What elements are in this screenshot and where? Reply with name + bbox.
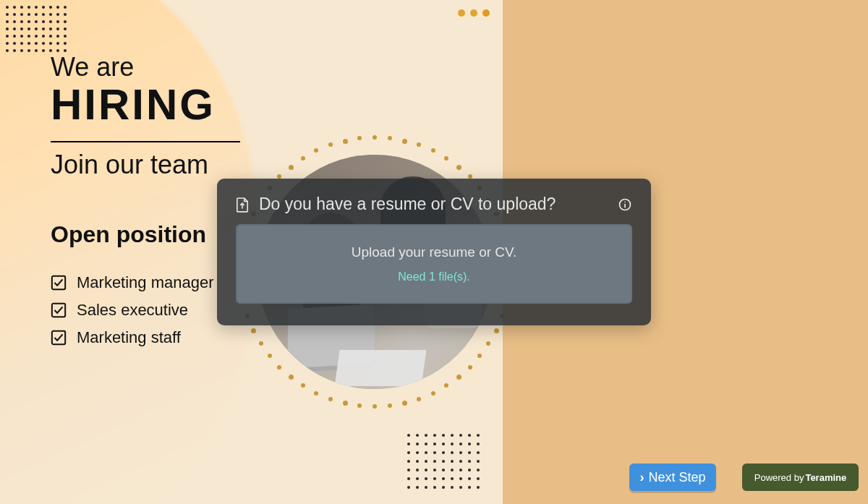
upload-requirement: Need 1 file(s). xyxy=(398,270,470,283)
hero-block: We are HIRING Join our team xyxy=(51,52,240,180)
position-label: Marketing staff xyxy=(77,328,181,347)
list-item: Marketing staff xyxy=(51,328,214,347)
open-position-title: Open position xyxy=(51,221,206,248)
open-position-heading: Open position xyxy=(51,221,206,248)
powered-by-link[interactable]: Powered by Teramine xyxy=(742,464,859,491)
info-icon[interactable] xyxy=(618,197,632,212)
powered-by-prefix: Powered by xyxy=(754,472,804,483)
modal-title: Do you have a resume or CV to upload? xyxy=(259,195,618,214)
checkbox-checked-icon xyxy=(51,275,67,291)
upload-dropzone[interactable]: Upload your resume or CV. Need 1 file(s)… xyxy=(236,224,632,304)
checkbox-checked-icon xyxy=(51,330,67,346)
hero-line-hiring: HIRING xyxy=(51,80,240,129)
list-item: Marketing manager xyxy=(51,273,214,292)
next-step-button[interactable]: › Next Step xyxy=(629,464,716,491)
upload-instruction: Upload your resume or CV. xyxy=(352,244,516,260)
list-item: Sales executive xyxy=(51,301,214,320)
position-label: Marketing manager xyxy=(77,273,214,292)
svg-rect-2 xyxy=(52,331,65,344)
upload-resume-modal: Do you have a resume or CV to upload? Up… xyxy=(217,179,651,325)
hero-line-join: Join our team xyxy=(51,150,240,180)
hero-divider xyxy=(51,141,240,142)
hero-line-we-are: We are xyxy=(51,52,240,82)
powered-by-brand: Teramine xyxy=(805,472,846,483)
next-step-label: Next Step xyxy=(648,470,705,485)
svg-point-5 xyxy=(624,201,626,202)
chevron-right-icon: › xyxy=(639,470,644,485)
checkbox-checked-icon xyxy=(51,302,67,318)
tri-dots-top xyxy=(458,6,495,19)
svg-rect-1 xyxy=(52,304,65,317)
position-list: Marketing manager Sales executive Market… xyxy=(51,273,214,356)
position-label: Sales executive xyxy=(77,301,188,320)
svg-rect-0 xyxy=(52,276,65,289)
file-upload-icon xyxy=(236,197,249,213)
modal-header: Do you have a resume or CV to upload? xyxy=(217,179,651,224)
